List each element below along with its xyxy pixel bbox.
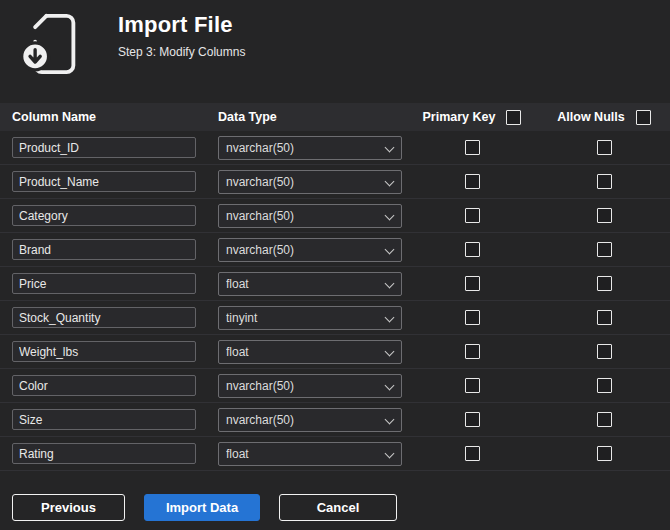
data-type-select-wrap: nvarchar(50) (218, 238, 402, 262)
data-type-select[interactable]: float (218, 272, 402, 296)
primary-key-checkbox[interactable] (465, 208, 480, 223)
data-type-select[interactable]: tinyint (218, 306, 402, 330)
data-type-select-wrap: nvarchar(50) (218, 170, 402, 194)
data-type-select-wrap: nvarchar(50) (218, 136, 402, 160)
col-header-column-name: Column Name (0, 110, 206, 124)
column-name-input[interactable] (12, 171, 196, 192)
allow-nulls-select-all-checkbox[interactable] (636, 110, 651, 125)
data-type-select[interactable]: float (218, 442, 402, 466)
primary-key-select-all-checkbox[interactable] (506, 110, 521, 125)
column-name-cell (0, 171, 206, 192)
column-name-cell (0, 443, 206, 464)
data-type-select-wrap: nvarchar(50) (218, 204, 402, 228)
data-type-cell: nvarchar(50) (206, 408, 406, 432)
column-name-cell (0, 273, 206, 294)
table-header: Column Name Data Type Primary Key Allow … (0, 103, 670, 131)
primary-key-checkbox[interactable] (465, 446, 480, 461)
allow-nulls-checkbox[interactable] (597, 344, 612, 359)
primary-key-checkbox[interactable] (465, 174, 480, 189)
allow-nulls-cell (538, 242, 670, 257)
wizard-header: Import File Step 3: Modify Columns (0, 0, 670, 90)
file-download-icon (16, 8, 88, 80)
primary-key-cell (406, 310, 538, 325)
column-name-input[interactable] (12, 137, 196, 158)
data-type-select-wrap: float (218, 442, 402, 466)
column-name-input[interactable] (12, 205, 196, 226)
allow-nulls-cell (538, 140, 670, 155)
data-type-select[interactable]: nvarchar(50) (218, 238, 402, 262)
table-row: nvarchar(50) (0, 369, 670, 403)
table-row: float (0, 335, 670, 369)
col-header-data-type: Data Type (206, 110, 406, 124)
table-body: nvarchar(50) nvarchar(50) (0, 131, 670, 471)
col-header-allow-nulls: Allow Nulls (538, 110, 670, 125)
import-file-wizard: Import File Step 3: Modify Columns Colum… (0, 0, 670, 530)
primary-key-checkbox[interactable] (465, 344, 480, 359)
table-row: tinyint (0, 301, 670, 335)
column-name-input[interactable] (12, 443, 196, 464)
allow-nulls-cell (538, 446, 670, 461)
data-type-cell: float (206, 272, 406, 296)
table-row: nvarchar(50) (0, 199, 670, 233)
data-type-select-wrap: nvarchar(50) (218, 374, 402, 398)
page-title: Import File (118, 12, 245, 38)
primary-key-checkbox[interactable] (465, 310, 480, 325)
data-type-select[interactable]: nvarchar(50) (218, 170, 402, 194)
data-type-cell: nvarchar(50) (206, 238, 406, 262)
allow-nulls-checkbox[interactable] (597, 446, 612, 461)
header-titles: Import File Step 3: Modify Columns (118, 8, 245, 59)
allow-nulls-checkbox[interactable] (597, 412, 612, 427)
data-type-select-wrap: tinyint (218, 306, 402, 330)
allow-nulls-cell (538, 412, 670, 427)
primary-key-checkbox[interactable] (465, 412, 480, 427)
allow-nulls-cell (538, 208, 670, 223)
allow-nulls-cell (538, 378, 670, 393)
data-type-select[interactable]: nvarchar(50) (218, 204, 402, 228)
allow-nulls-checkbox[interactable] (597, 276, 612, 291)
table-row: nvarchar(50) (0, 131, 670, 165)
column-name-cell (0, 409, 206, 430)
allow-nulls-checkbox[interactable] (597, 378, 612, 393)
primary-key-cell (406, 378, 538, 393)
allow-nulls-checkbox[interactable] (597, 174, 612, 189)
data-type-select[interactable]: nvarchar(50) (218, 374, 402, 398)
column-name-input[interactable] (12, 307, 196, 328)
column-name-input[interactable] (12, 341, 196, 362)
column-name-cell (0, 205, 206, 226)
primary-key-checkbox[interactable] (465, 140, 480, 155)
primary-key-header-label: Primary Key (423, 110, 496, 124)
data-type-cell: tinyint (206, 306, 406, 330)
wizard-footer: Previous Import Data Cancel (0, 494, 670, 521)
data-type-cell: nvarchar(50) (206, 170, 406, 194)
primary-key-cell (406, 242, 538, 257)
data-type-select-wrap: nvarchar(50) (218, 408, 402, 432)
column-name-input[interactable] (12, 409, 196, 430)
primary-key-cell (406, 208, 538, 223)
data-type-cell: float (206, 442, 406, 466)
data-type-cell: nvarchar(50) (206, 204, 406, 228)
allow-nulls-checkbox[interactable] (597, 242, 612, 257)
allow-nulls-checkbox[interactable] (597, 140, 612, 155)
allow-nulls-checkbox[interactable] (597, 310, 612, 325)
data-type-select[interactable]: float (218, 340, 402, 364)
primary-key-checkbox[interactable] (465, 378, 480, 393)
column-name-input[interactable] (12, 239, 196, 260)
primary-key-cell (406, 412, 538, 427)
previous-button[interactable]: Previous (12, 494, 125, 521)
primary-key-checkbox[interactable] (465, 276, 480, 291)
column-name-input[interactable] (12, 375, 196, 396)
column-name-input[interactable] (12, 273, 196, 294)
col-header-primary-key: Primary Key (406, 110, 538, 125)
data-type-select-wrap: float (218, 272, 402, 296)
table-row: nvarchar(50) (0, 165, 670, 199)
data-type-select[interactable]: nvarchar(50) (218, 408, 402, 432)
import-data-button[interactable]: Import Data (144, 494, 260, 521)
column-name-cell (0, 137, 206, 158)
data-type-select[interactable]: nvarchar(50) (218, 136, 402, 160)
column-name-cell (0, 341, 206, 362)
cancel-button[interactable]: Cancel (279, 494, 397, 521)
primary-key-checkbox[interactable] (465, 242, 480, 257)
allow-nulls-cell (538, 174, 670, 189)
allow-nulls-checkbox[interactable] (597, 208, 612, 223)
table-row: nvarchar(50) (0, 233, 670, 267)
